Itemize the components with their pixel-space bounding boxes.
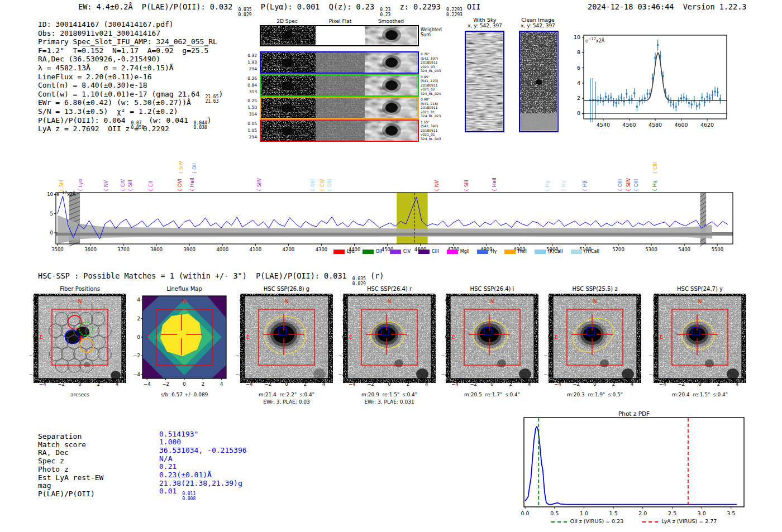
svg-text:−2: −2 <box>235 353 242 358</box>
clean-image-coords: x, y: 542, 397 <box>521 23 555 28</box>
match-row-value: 1.000 <box>159 438 181 446</box>
match-row-value: 36.531034, -0.215396 <box>159 446 247 454</box>
svg-text:3700: 3700 <box>117 247 130 252</box>
with-sky-noise <box>466 32 503 131</box>
svg-text:E: E <box>452 334 455 340</box>
svg-text:−4: −4 <box>235 372 242 377</box>
spec2d-row-image <box>261 98 418 118</box>
legend-item: Hγ <box>477 249 497 254</box>
spec2d-row-weights: 0.251.50314 <box>241 98 257 118</box>
svg-text:2: 2 <box>445 316 448 322</box>
match-row-label: Separation <box>38 432 82 440</box>
svg-text:4: 4 <box>116 381 118 387</box>
svg-text:0: 0 <box>285 381 288 387</box>
svg-text:N: N <box>285 299 289 304</box>
photz-pdf-chart: 0.00.51.01.52.02.53.03.5 <box>517 409 751 517</box>
svg-text:−4: −4 <box>649 372 656 377</box>
spec2d-weighted-row <box>260 25 419 46</box>
svg-text:−2: −2 <box>678 381 685 387</box>
svg-text:4: 4 <box>220 381 223 387</box>
spec2d-row <box>260 119 419 142</box>
cutout-image-hsc: NE−4−2024420−2−4 <box>235 294 338 389</box>
svg-text:5500: 5500 <box>711 247 723 252</box>
spec2d-row-image <box>261 75 418 95</box>
cutout-image-lineflux-map: NE−4−2024420−2−4 <box>132 294 236 389</box>
emission-line-label: { SiII <box>464 180 470 191</box>
svg-text:0: 0 <box>653 334 656 340</box>
svg-text:−2: −2 <box>264 381 271 387</box>
cutout-title: HSC SSP(26.8) g <box>264 286 309 292</box>
legend-swatch <box>535 250 546 254</box>
info-line: λ = 4582.13Å σ = 2.74(±0.15)Å <box>38 64 174 72</box>
svg-text:3800: 3800 <box>150 247 163 252</box>
svg-text:−2: −2 <box>649 353 656 358</box>
svg-text:2: 2 <box>304 381 307 387</box>
with-sky-coords: x, y: 542, 397 <box>468 23 502 28</box>
svg-text:2: 2 <box>612 381 615 387</box>
svg-text:4: 4 <box>577 80 580 86</box>
svg-text:2: 2 <box>342 316 345 322</box>
svg-text:0: 0 <box>548 334 551 340</box>
spec2d-row-annotation: 0.76"(542, 397)20180911v021_03324_RL_043 <box>421 52 441 73</box>
svg-text:10: 10 <box>47 191 53 197</box>
svg-text:−2: −2 <box>338 353 345 358</box>
cutout-title: HSC SSP(25.5) z <box>572 286 617 292</box>
info-line: RA,Dec (36.530926,-0.215490) <box>38 55 160 63</box>
svg-text:2: 2 <box>240 316 242 322</box>
match-row-value: N/A <box>159 454 172 463</box>
cutout-caption2: EWr: 3, PLAE: 0.03 <box>263 399 310 405</box>
spec2d-row <box>260 97 419 119</box>
legend-swatch <box>504 250 516 254</box>
cutout-title: HSC SSP(26.4) r <box>367 286 412 292</box>
svg-text:2: 2 <box>407 381 409 387</box>
svg-text:4000: 4000 <box>216 247 228 252</box>
svg-text:2: 2 <box>509 381 512 387</box>
match-row-value: 0.23(±0.01)Å <box>159 471 212 479</box>
svg-text:4: 4 <box>653 297 656 303</box>
info-line: S/N = 13.3(±0.5) χ² = 1.2(±0.2) <box>38 107 178 116</box>
info-line: Obs: 20180911v021_3001414167 <box>38 29 160 37</box>
emission-line-label: { HeII <box>189 178 196 191</box>
info-line: ID: 3001414167 (3001414167.pdf) <box>38 20 174 28</box>
full-spectrum-chart: 3500360037003800390040004100420043004400… <box>47 190 743 256</box>
emission-line-label: { Lyα <box>78 179 84 191</box>
svg-text:−4: −4 <box>349 381 356 387</box>
emission-line-label: { SiII <box>59 180 65 191</box>
cutout-title: HSC SSP(24.7) y <box>677 286 723 292</box>
match-row-label: P(LAE)/P(OII) <box>38 490 95 498</box>
match-row-value: 21.38(21.38,21.39)g <box>159 479 242 487</box>
svg-text:0: 0 <box>445 334 448 340</box>
emission-line-label: { CII <box>148 181 154 191</box>
info-line: Primary Spec_Slot_IFU_AMP: 324_062_055_R… <box>38 37 217 46</box>
svg-text:−4: −4 <box>659 381 666 387</box>
svg-text:3.0: 3.0 <box>698 510 706 516</box>
match-row-label: Spec z <box>38 457 64 465</box>
legend-item: MgII <box>447 249 470 254</box>
cutout-image-hsc: NE−4−2024420−2−4 <box>543 294 647 389</box>
spec2d-row-image <box>261 121 418 141</box>
spec2d-row-weights: 0.321.93294 <box>241 52 257 73</box>
version-label: Version 1.22.3 <box>683 2 747 11</box>
spec2d-row-annotation: 0.90"(541, 215)20180911v021_01324_RL_023 <box>421 97 441 118</box>
emission-line-label: { CIV <box>120 179 126 191</box>
line-fit-chart: 454045604580460046200246810 <box>559 29 732 132</box>
svg-text:3600: 3600 <box>84 247 97 252</box>
spec2d-row-image <box>261 52 418 73</box>
spectrum-line-legend: LyαOIICIVCIIIMgIIHγHeII(K)CaII(H)CaII <box>246 249 687 254</box>
svg-text:4600: 4600 <box>674 122 688 128</box>
emission-line-label: { OIII <box>310 179 316 191</box>
legend-swatch <box>447 250 458 254</box>
svg-text:4: 4 <box>631 381 633 387</box>
svg-text:4: 4 <box>240 297 242 303</box>
svg-text:5: 5 <box>50 211 53 217</box>
emission-line-label: { Hγ <box>561 180 567 191</box>
legend-swatch <box>477 250 488 254</box>
svg-text:4620: 4620 <box>700 122 714 128</box>
cutout-image-hsc: NE−4−2024420−2−4 <box>440 294 544 389</box>
emission-line-label: { SiII <box>127 180 133 191</box>
spec2d-row-weights: 0.260.84313 <box>241 75 257 95</box>
svg-text:E: E <box>40 334 43 340</box>
cutout-caption: arcsecs <box>70 392 89 397</box>
spec2d-weighted-image <box>261 26 417 45</box>
cutout-caption: m:21.4 re:2.2" s:0.4" <box>259 392 314 397</box>
